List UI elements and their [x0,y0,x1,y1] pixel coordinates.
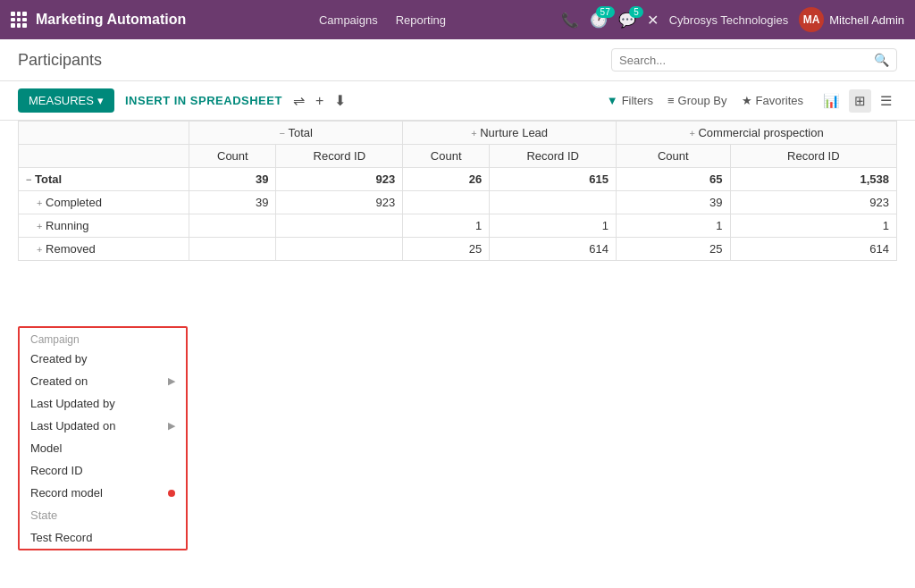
search-bar: 🔍 [611,48,897,71]
favorites-button[interactable]: ★ Favorites [742,94,803,107]
menu-campaigns[interactable]: Campaigns [319,13,378,27]
page-title: Participants [18,51,102,70]
user-name: Mitchell Admin [829,13,904,27]
close-icon[interactable]: ✕ [647,12,659,29]
activity-badge: 57 [596,6,615,18]
measures-button[interactable]: MEASURES ▾ [18,88,114,113]
col-count-nurture: Count [403,145,490,168]
removed-count-nurture: 25 [403,238,490,261]
red-indicator-dot [168,490,175,497]
arrow-icon-2: ▶ [168,420,175,432]
app-logo[interactable]: Marketing Automation [11,12,186,28]
add-icon[interactable]: + [315,93,323,109]
dropdown-item-created-by[interactable]: Created by [20,348,186,370]
total-collapse-icon[interactable]: − [280,128,285,139]
commercial-expand-icon[interactable]: + [689,128,694,139]
download-icon[interactable]: ⬇ [334,92,346,109]
pivot-label-col [19,145,189,168]
pivot-table: − Total + Nurture Lead + Commercial pros… [18,121,897,261]
col-recordid-nurture: Record ID [490,145,617,168]
completed-expand-icon[interactable]: + [37,197,42,208]
running-count-commercial: 1 [617,214,731,238]
user-menu[interactable]: MA Mitchell Admin [799,7,904,32]
nurture-expand-icon[interactable]: + [471,128,476,139]
company-name: Cybrosys Technologies [669,13,788,27]
star-icon: ★ [742,94,752,107]
chart-view-button[interactable]: 📊 [818,89,845,113]
completed-label: + Completed [19,191,189,214]
dropdown-item-record-model[interactable]: Record model [20,482,186,504]
removed-recordid-nurture: 614 [490,238,617,261]
running-expand-icon[interactable]: + [37,221,42,231]
col-recordid-commercial: Record ID [730,145,896,168]
completed-recordid-nurture [490,191,617,214]
table-row: − Total 39 923 26 615 65 1,538 [19,168,897,191]
completed-count-commercial: 39 [617,191,731,214]
insert-spreadsheet-button[interactable]: INSERT IN SPREADSHEET [125,94,282,107]
commercial-header: + Commercial prospection [617,122,897,145]
view-switcher: 📊 ⊞ ☰ [818,89,897,113]
activity-badge-wrap[interactable]: 🕐 57 [590,12,608,29]
toolbar-left: MEASURES ▾ INSERT IN SPREADSHEET ⇌ + ⬇ [18,88,346,113]
col-recordid-total: Record ID [276,145,403,168]
groupby-dropdown: Campaign Created by Created on ▶ Last Up… [18,326,188,550]
user-avatar: MA [799,7,824,32]
total-row-collapse-icon[interactable]: − [26,174,31,185]
dropdown-item-test-record[interactable]: Test Record [20,526,186,549]
running-recordid-commercial: 1 [730,214,896,238]
removed-expand-icon[interactable]: + [37,244,42,255]
menu-reporting[interactable]: Reporting [396,13,446,27]
nurture-lead-header: + Nurture Lead [403,122,617,145]
dropdown-item-created-on[interactable]: Created on ▶ [20,370,186,392]
col-count-commercial: Count [617,145,731,168]
dropdown-item-state[interactable]: State [20,504,186,526]
removed-label: + Removed [19,238,189,261]
pivot-view-button[interactable]: ⊞ [849,89,871,113]
groupby-icon: ≡ [667,94,675,107]
list-view-button[interactable]: ☰ [875,89,897,113]
dropdown-item-last-updated-on[interactable]: Last Updated on ▶ [20,415,186,437]
top-nav: Marketing Automation Campaigns Reporting… [0,0,915,39]
total-recordid-commercial: 1,538 [730,168,896,191]
main-area: − Total + Nurture Lead + Commercial pros… [0,121,915,279]
total-recordid-total: 923 [276,168,403,191]
dropdown-section-campaign: Campaign [20,328,186,348]
running-label: + Running [19,214,189,238]
search-icon: 🔍 [874,53,889,67]
subheader: Participants 🔍 [0,39,915,81]
total-count-commercial: 65 [617,168,731,191]
app-title: Marketing Automation [36,12,186,28]
col-count-total: Count [189,145,276,168]
table-row: + Completed 39 923 39 923 [19,191,897,214]
groupby-button[interactable]: ≡ Group By [667,94,727,107]
toolbar-right: ▼ Filters ≡ Group By ★ Favorites 📊 ⊞ ☰ [607,89,897,113]
arrow-icon: ▶ [168,375,175,387]
dropdown-item-model[interactable]: Model [20,437,186,459]
search-input[interactable] [619,54,874,67]
message-badge: 5 [629,6,643,18]
phone-icon[interactable]: 📞 [561,12,579,29]
filter-icon: ▼ [607,94,618,107]
top-right: 📞 🕐 57 💬 5 ✕ Cybrosys Technologies MA Mi… [561,7,904,32]
message-badge-wrap[interactable]: 💬 5 [618,12,636,29]
table-row: + Running 1 1 1 1 [19,214,897,238]
grid-icon [11,12,27,28]
top-menu: Campaigns Reporting [204,13,560,27]
completed-count-total: 39 [189,191,276,214]
removed-recordid-total [276,238,403,261]
total-header: − Total [189,122,403,145]
total-count-nurture: 26 [403,168,490,191]
total-recordid-nurture: 615 [490,168,617,191]
pivot-corner [19,122,189,145]
settings-icon[interactable]: ⇌ [293,92,305,109]
row-total-label: − Total [19,168,189,191]
running-recordid-nurture: 1 [490,214,617,238]
running-recordid-total [276,214,403,238]
total-count-total: 39 [189,168,276,191]
filters-button[interactable]: ▼ Filters [607,94,653,107]
dropdown-item-record-id[interactable]: Record ID [20,459,186,482]
completed-recordid-commercial: 923 [730,191,896,214]
removed-recordid-commercial: 614 [730,238,896,261]
toolbar: MEASURES ▾ INSERT IN SPREADSHEET ⇌ + ⬇ ▼… [0,81,915,121]
dropdown-item-last-updated-by[interactable]: Last Updated by [20,392,186,415]
